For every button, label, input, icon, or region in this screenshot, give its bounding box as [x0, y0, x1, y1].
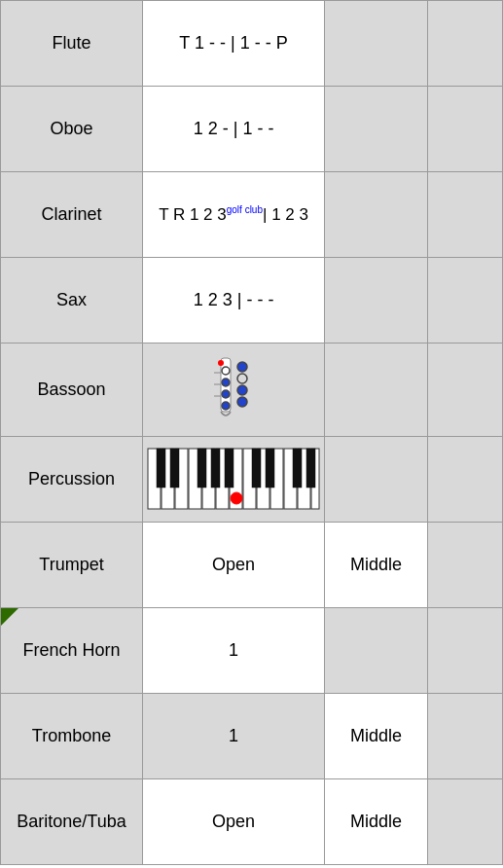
instrument-name-percussion: Percussion — [1, 437, 143, 523]
svg-rect-28 — [198, 449, 206, 488]
svg-point-4 — [222, 402, 230, 410]
instrument-value-oboe: 1 2 - | 1 - - — [143, 87, 325, 172]
svg-rect-26 — [157, 449, 165, 488]
instrument-value-bassoon — [143, 344, 325, 437]
instrument-extra-percussion — [325, 437, 428, 523]
instrument-col4-bassoon — [428, 344, 503, 437]
instrument-extra-trumpet: Middle — [325, 523, 428, 608]
bassoon-diagram — [199, 353, 268, 421]
instrument-name-oboe: Oboe — [1, 87, 143, 172]
instrument-name-french-horn: French Horn — [1, 608, 143, 694]
svg-point-5 — [237, 362, 247, 372]
svg-point-7 — [237, 385, 247, 395]
instrument-extra-baritone-tuba: Middle — [325, 779, 428, 865]
table-row: Trombone 1 Middle — [1, 694, 503, 779]
clarinet-suffix: | 1 2 3 — [263, 205, 308, 224]
svg-point-6 — [237, 374, 247, 383]
instrument-name-sax: Sax — [1, 258, 143, 344]
svg-rect-27 — [170, 449, 179, 488]
instrument-col4-sax — [428, 258, 503, 344]
instrument-name-flute: Flute — [1, 1, 143, 87]
table-row: French Horn 1 — [1, 608, 503, 694]
svg-point-8 — [237, 397, 247, 407]
instrument-name-baritone-tuba: Baritone/Tuba — [1, 779, 143, 865]
instrument-col4-oboe — [428, 87, 503, 172]
table-row: Sax 1 2 3 | - - - — [1, 258, 503, 344]
instrument-value-trombone: 1 — [143, 694, 325, 779]
instrument-extra-bassoon — [325, 344, 428, 437]
table-row: Clarinet T R 1 2 3golf club| 1 2 3 — [1, 172, 503, 258]
instrument-col4-trumpet — [428, 523, 503, 608]
instrument-extra-clarinet — [325, 172, 428, 258]
instrument-extra-trombone: Middle — [325, 694, 428, 779]
instrument-name-bassoon: Bassoon — [1, 344, 143, 437]
svg-rect-32 — [266, 449, 274, 488]
instrument-col4-percussion — [428, 437, 503, 523]
instrument-col4-clarinet — [428, 172, 503, 258]
piano-keyboard-diagram — [147, 448, 320, 511]
svg-point-2 — [222, 379, 230, 386]
instrument-value-french-horn: 1 — [143, 608, 325, 694]
clarinet-prefix: T R 1 2 3 — [159, 205, 227, 224]
svg-rect-33 — [293, 449, 302, 488]
table-row: Oboe 1 2 - | 1 - - — [1, 87, 503, 172]
svg-point-3 — [222, 390, 230, 398]
instrument-value-percussion — [143, 437, 325, 523]
table-row: Percussion — [1, 437, 503, 523]
instrument-value-baritone-tuba: Open — [143, 779, 325, 865]
svg-point-35 — [231, 492, 242, 504]
instrument-name-trumpet: Trumpet — [1, 523, 143, 608]
svg-rect-30 — [225, 449, 234, 488]
instrument-value-clarinet: T R 1 2 3golf club| 1 2 3 — [143, 172, 325, 258]
table-row: Baritone/Tuba Open Middle — [1, 779, 503, 865]
instrument-extra-oboe — [325, 87, 428, 172]
instrument-value-flute: T 1 - - | 1 - - P — [143, 1, 325, 87]
instrument-extra-sax — [325, 258, 428, 344]
instrument-extra-flute — [325, 1, 428, 87]
table-row: Bassoon — [1, 344, 503, 437]
table-row: Trumpet Open Middle — [1, 523, 503, 608]
svg-rect-29 — [211, 449, 220, 488]
clarinet-superscript: golf club — [227, 204, 263, 215]
instrument-col4-baritone-tuba — [428, 779, 503, 865]
instrument-extra-french-horn — [325, 608, 428, 694]
svg-rect-34 — [306, 449, 315, 488]
instrument-name-trombone: Trombone — [1, 694, 143, 779]
instrument-name-clarinet: Clarinet — [1, 172, 143, 258]
instrument-col4-trombone — [428, 694, 503, 779]
instrument-col4-french-horn — [428, 608, 503, 694]
instrument-value-trumpet: Open — [143, 523, 325, 608]
svg-point-9 — [218, 360, 224, 366]
instrument-col4-flute — [428, 1, 503, 87]
instrument-table: Flute T 1 - - | 1 - - P Oboe 1 2 - | 1 -… — [0, 0, 503, 865]
svg-rect-31 — [252, 449, 261, 488]
table-row: Flute T 1 - - | 1 - - P — [1, 1, 503, 87]
instrument-value-sax: 1 2 3 | - - - — [143, 258, 325, 344]
